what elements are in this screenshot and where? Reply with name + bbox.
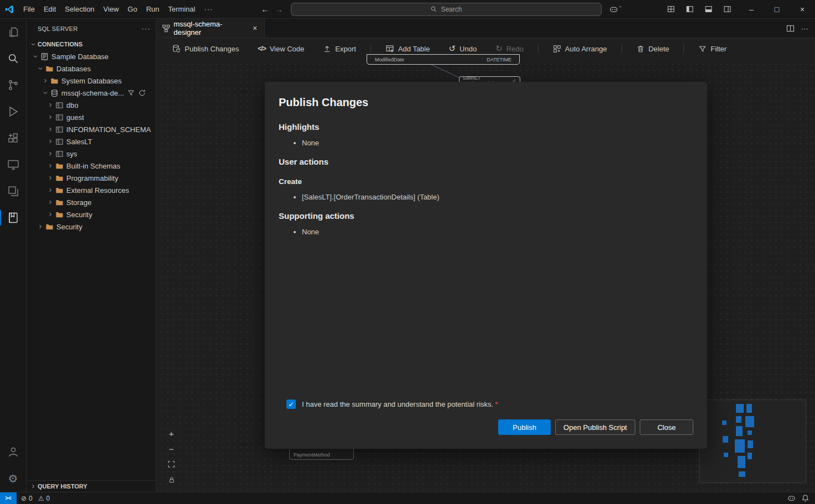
- menu-more-button[interactable]: ···: [200, 3, 217, 15]
- tree-item-databases[interactable]: Databases: [27, 62, 156, 75]
- close-dialog-button[interactable]: Close: [640, 419, 693, 435]
- menu-view[interactable]: View: [99, 3, 123, 15]
- panels-icon[interactable]: [0, 178, 27, 204]
- sidebar-more-actions-button[interactable]: ···: [142, 24, 150, 33]
- chevron-right-icon[interactable]: [46, 113, 55, 122]
- tree-item-sample-database[interactable]: Sample Database: [27, 50, 156, 62]
- fit-view-button[interactable]: [166, 459, 177, 470]
- publish-button[interactable]: Publish: [498, 419, 551, 435]
- chevron-right-icon[interactable]: [46, 161, 55, 170]
- chevron-down-icon[interactable]: [31, 52, 40, 61]
- tree-item-saleslt[interactable]: SalesLT: [27, 135, 156, 148]
- table-card-fragment[interactable]: ModifiedDate DATETIME: [367, 54, 520, 65]
- run-debug-icon[interactable]: [0, 98, 27, 125]
- forward-arrow-icon[interactable]: →: [275, 4, 283, 14]
- tree-item-storage[interactable]: Storage: [27, 196, 156, 208]
- split-editor-icon[interactable]: [786, 24, 795, 33]
- settings-gear-icon[interactable]: ⚙: [0, 465, 27, 492]
- export-button[interactable]: Export: [317, 42, 362, 56]
- zoom-out-button[interactable]: −: [166, 443, 177, 454]
- delete-button[interactable]: Delete: [631, 42, 675, 56]
- chevron-down-icon[interactable]: [29, 40, 38, 49]
- tree-item-built-in-schemas[interactable]: Built-in Schemas: [27, 160, 156, 172]
- customize-layout-icon[interactable]: [665, 3, 677, 15]
- refresh-icon[interactable]: [138, 89, 146, 97]
- chevron-right-icon[interactable]: [36, 222, 45, 231]
- copilot-menu[interactable]: ˆ: [609, 5, 621, 14]
- chevron-down-icon[interactable]: [36, 64, 45, 73]
- tree-item-dbo[interactable]: dbo: [27, 99, 156, 111]
- tree-item-system-databases[interactable]: System Databases: [27, 75, 156, 87]
- tree-item-security-outer[interactable]: Security: [27, 221, 156, 233]
- chevron-right-icon[interactable]: [46, 198, 55, 207]
- explorer-icon[interactable]: [0, 19, 27, 45]
- chevron-right-icon[interactable]: [46, 174, 55, 182]
- tree-item-programmability[interactable]: Programmability: [27, 172, 156, 184]
- menu-run[interactable]: Run: [142, 3, 164, 15]
- tree-item-label: Security: [56, 223, 82, 231]
- tree-item-guest[interactable]: guest: [27, 111, 156, 123]
- publish-changes-button[interactable]: Publish Changes: [166, 41, 244, 56]
- toggle-secondary-sidebar-icon[interactable]: [721, 3, 733, 15]
- create-list: [SalesLT].[OrderTransactionDetails] (Tab…: [279, 193, 693, 201]
- back-arrow-icon[interactable]: ←: [261, 4, 269, 14]
- tab-mssql-schema-designer[interactable]: mssql-schema-designer ×: [156, 19, 265, 38]
- canvas-zoom-controls: + −: [166, 428, 177, 485]
- command-center-search[interactable]: Search: [291, 3, 602, 16]
- problems-indicator[interactable]: ⊘0 ⚠0: [17, 495, 54, 502]
- code-icon: </>: [258, 45, 265, 53]
- toggle-panel-icon[interactable]: [702, 3, 714, 15]
- schema-icon: [55, 149, 64, 158]
- close-window-button[interactable]: ×: [790, 0, 815, 19]
- chevron-right-icon[interactable]: [46, 125, 55, 134]
- sql-server-extension-icon[interactable]: [0, 204, 27, 231]
- tree-item-label: Programmability: [66, 174, 118, 182]
- menu-terminal[interactable]: Terminal: [164, 3, 200, 15]
- more-actions-icon[interactable]: ···: [801, 24, 808, 33]
- tree-item-label: INFORMATION_SCHEMA: [66, 125, 151, 134]
- menu-file[interactable]: File: [19, 3, 39, 15]
- close-tab-icon[interactable]: ×: [250, 24, 260, 33]
- tree-item-mssql-schema-database[interactable]: mssql-schema-de...: [27, 87, 156, 99]
- chevron-right-icon[interactable]: [46, 137, 55, 146]
- chevron-right-icon[interactable]: [46, 149, 55, 158]
- zoom-in-button[interactable]: +: [166, 428, 177, 439]
- menu-go[interactable]: Go: [123, 3, 142, 15]
- copilot-status-icon[interactable]: [787, 494, 796, 502]
- filter-icon[interactable]: [127, 89, 135, 97]
- toggle-sidebar-icon[interactable]: [683, 3, 696, 15]
- remote-explorer-icon[interactable]: [0, 151, 27, 178]
- chevron-right-icon[interactable]: [46, 101, 55, 109]
- account-icon[interactable]: [0, 439, 27, 465]
- minimize-button[interactable]: –: [739, 0, 764, 19]
- tree-item-information-schema[interactable]: INFORMATION_SCHEMA: [27, 123, 156, 135]
- tree-item-security[interactable]: Security: [27, 208, 156, 221]
- chevron-right-icon[interactable]: [41, 76, 50, 85]
- menu-selection[interactable]: Selection: [60, 3, 98, 15]
- extensions-icon[interactable]: [0, 125, 27, 151]
- menu-bar: File Edit Selection View Go Run Terminal…: [19, 3, 217, 15]
- canvas-minimap[interactable]: [699, 400, 806, 483]
- export-icon: [323, 45, 331, 53]
- open-publish-script-button[interactable]: Open Publish Script: [555, 419, 635, 435]
- auto-arrange-button[interactable]: Auto Arrange: [547, 42, 613, 56]
- menu-edit[interactable]: Edit: [39, 3, 60, 15]
- risk-checkbox[interactable]: ✓: [286, 400, 296, 409]
- remote-indicator[interactable]: ><: [0, 492, 17, 504]
- query-history-section[interactable]: QUERY HISTORY: [27, 480, 156, 492]
- filter-button[interactable]: Filter: [693, 42, 732, 56]
- chevron-down-icon[interactable]: [41, 88, 50, 97]
- publish-icon: [172, 44, 181, 53]
- source-control-icon[interactable]: [0, 72, 27, 98]
- notifications-bell-icon[interactable]: [801, 494, 809, 502]
- view-code-button[interactable]: </> View Code: [252, 42, 310, 56]
- chevron-right-icon[interactable]: [46, 210, 55, 219]
- chevron-right-icon[interactable]: [46, 186, 55, 195]
- tree-item-sys[interactable]: sys: [27, 148, 156, 160]
- maximize-button[interactable]: □: [764, 0, 790, 19]
- lock-button[interactable]: [166, 474, 177, 485]
- search-view-icon[interactable]: [0, 45, 27, 72]
- button-label: Delete: [649, 45, 670, 53]
- tree-item-external-resources[interactable]: External Resources: [27, 184, 156, 196]
- tree-section-connections[interactable]: CONNECTIONS: [27, 38, 156, 50]
